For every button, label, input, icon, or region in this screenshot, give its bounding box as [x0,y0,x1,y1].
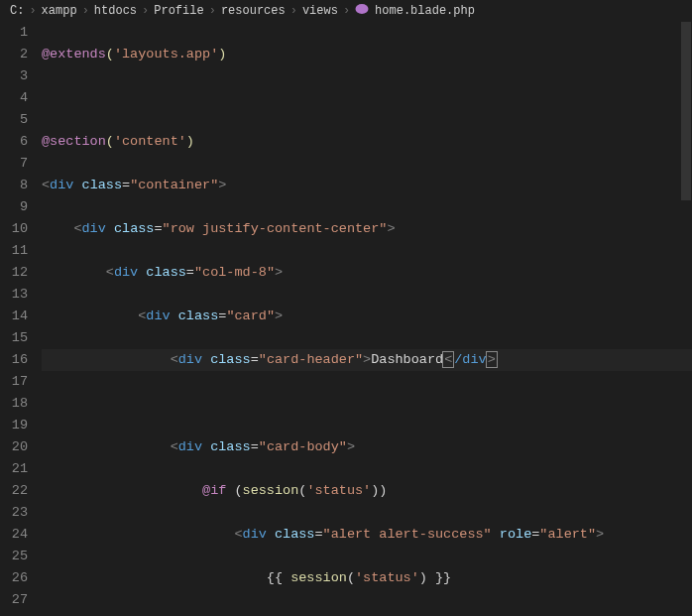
svg-point-0 [356,4,369,14]
line-number: 3 [0,65,28,87]
breadcrumb-item[interactable]: views [302,4,338,18]
breadcrumb-item[interactable]: C: [10,4,24,18]
chevron-right-icon: › [142,4,149,18]
breadcrumb-item[interactable]: htdocs [94,4,137,18]
code-line[interactable]: <div class="card-body"> [42,436,692,458]
php-elephant-icon [355,3,369,19]
vertical-scrollbar[interactable] [680,22,692,616]
code-line[interactable]: <div class="card"> [42,306,692,327]
code-line[interactable]: @if (session('status')) [42,480,692,502]
line-number: 27 [0,589,28,611]
breadcrumb-item[interactable]: Profile [154,4,203,18]
line-number: 2 [0,44,28,65]
line-number: 25 [0,546,28,567]
line-number: 18 [0,393,28,415]
line-number: 14 [0,306,28,327]
code-line[interactable] [42,393,692,415]
cursor-position: < [442,351,454,368]
breadcrumb-file[interactable]: home.blade.php [375,4,475,18]
code-line[interactable]: <div class="col-md-8"> [42,262,692,284]
code-line[interactable]: {{ session('status') }} [42,567,692,589]
code-line[interactable]: <div class="row justify-content-center"> [42,218,692,240]
matching-bracket: > [486,351,498,368]
line-number: 24 [0,524,28,546]
line-number: 5 [0,109,28,131]
line-number: 17 [0,371,28,393]
line-number: 1 [0,22,28,44]
line-number: 13 [0,284,28,306]
chevron-right-icon: › [29,4,36,18]
line-number: 8 [0,175,28,196]
breadcrumb[interactable]: C: › xampp › htdocs › Profile › resource… [0,0,692,22]
breadcrumb-item[interactable]: xampp [42,4,77,18]
code-line[interactable]: <div class="alert alert-success" role="a… [42,524,692,546]
breadcrumb-item[interactable]: resources [221,4,286,18]
line-number: 4 [0,87,28,109]
line-number: 10 [0,218,28,240]
scrollbar-thumb[interactable] [681,22,691,200]
chevron-right-icon: › [82,4,89,18]
code-line[interactable]: @extends('layouts.app') [42,44,692,65]
line-number: 9 [0,196,28,218]
code-line[interactable]: @section('content') [42,131,692,153]
code-content[interactable]: @extends('layouts.app') @section('conten… [42,22,692,616]
chevron-right-icon: › [209,4,216,18]
code-line[interactable] [42,87,692,109]
line-number: 22 [0,480,28,502]
line-number: 20 [0,436,28,458]
line-number: 7 [0,153,28,175]
line-number: 12 [0,262,28,284]
chevron-right-icon: › [290,4,297,18]
line-number: 6 [0,131,28,153]
line-number: 16 [0,349,28,371]
code-line[interactable]: <div class="container"> [42,175,692,196]
line-number: 26 [0,567,28,589]
code-editor[interactable]: 1234567891011121314151617181920212223242… [0,22,692,616]
line-number: 15 [0,327,28,349]
chevron-right-icon: › [343,4,350,18]
line-number-gutter: 1234567891011121314151617181920212223242… [0,22,42,616]
line-number: 21 [0,458,28,480]
line-number: 19 [0,415,28,436]
code-line-active[interactable]: <div class="card-header">Dashboard</div> [42,349,692,371]
code-line[interactable]: </div> [42,611,692,616]
line-number: 11 [0,240,28,262]
line-number: 23 [0,502,28,524]
